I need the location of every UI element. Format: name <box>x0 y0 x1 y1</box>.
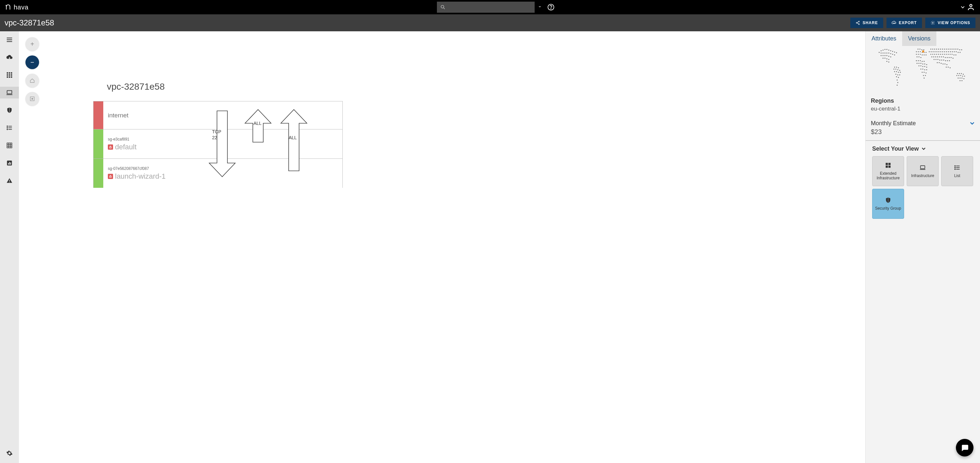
diagram-row-sg-launch-wizard[interactable]: sg-07e562087667cf087 launch-wizard-1 <box>93 158 343 188</box>
svg-point-192 <box>939 56 940 57</box>
svg-point-54 <box>896 52 897 53</box>
logo-icon <box>5 3 12 11</box>
sidebar-menu-toggle[interactable] <box>0 34 19 46</box>
svg-point-52 <box>892 51 893 52</box>
svg-point-219 <box>959 73 960 74</box>
svg-rect-235 <box>886 166 888 168</box>
svg-point-58 <box>885 53 886 53</box>
svg-point-177 <box>936 54 937 55</box>
sidebar-alerts[interactable] <box>0 175 19 187</box>
select-view-toggle[interactable]: Select Your View <box>872 145 974 152</box>
search-box[interactable] <box>437 2 535 13</box>
svg-point-97 <box>921 49 922 50</box>
arrow-label-port: 22 <box>212 135 217 140</box>
svg-point-168 <box>950 51 951 52</box>
svg-rect-21 <box>9 76 10 78</box>
row-color-indicator <box>94 101 103 129</box>
tab-attributes[interactable]: Attributes <box>865 31 902 46</box>
diagram-canvas[interactable]: + − vpc-32871e58 internet sg-e3caf891 <box>19 31 865 463</box>
svg-point-140 <box>931 49 931 49</box>
caret-down-icon <box>538 5 542 9</box>
svg-point-144 <box>938 49 939 49</box>
zoom-in-button[interactable]: + <box>25 37 39 51</box>
svg-point-225 <box>962 76 963 77</box>
sidebar-settings[interactable] <box>0 447 19 459</box>
sidebar-compute[interactable] <box>0 87 19 99</box>
svg-rect-15 <box>9 72 10 74</box>
cloud-download-icon <box>6 54 13 61</box>
svg-point-61 <box>890 53 891 54</box>
svg-point-199 <box>953 58 954 59</box>
fit-button[interactable] <box>25 74 39 87</box>
svg-point-101 <box>920 51 921 52</box>
sidebar-apps[interactable] <box>0 69 19 81</box>
shield-icon <box>885 197 891 203</box>
svg-point-43 <box>32 98 33 99</box>
svg-rect-45 <box>110 176 111 177</box>
svg-point-70 <box>883 58 884 59</box>
svg-point-96 <box>920 49 920 49</box>
svg-point-214 <box>947 64 947 65</box>
sidebar-security[interactable] <box>0 104 19 116</box>
estimate-section[interactable]: Monthly Estimate $23 <box>865 117 980 140</box>
estimate-value: $23 <box>871 128 975 136</box>
view-options-button[interactable]: VIEW OPTIONS <box>925 18 975 28</box>
view-card-list[interactable]: List <box>941 156 973 186</box>
svg-point-150 <box>950 49 951 49</box>
svg-point-131 <box>922 69 923 69</box>
row-color-indicator <box>94 159 103 188</box>
svg-point-66 <box>885 55 886 56</box>
svg-point-200 <box>934 59 935 60</box>
svg-point-215 <box>946 67 947 68</box>
svg-point-85 <box>898 72 899 73</box>
sidebar-list[interactable] <box>0 122 19 134</box>
svg-point-201 <box>935 59 936 60</box>
svg-point-189 <box>934 56 934 57</box>
view-card-extended-infra[interactable]: Extended Infrastructure <box>872 156 904 186</box>
svg-point-71 <box>885 58 886 59</box>
svg-rect-19 <box>11 74 12 76</box>
share-button[interactable]: SHARE <box>850 18 883 28</box>
menu-icon <box>6 36 13 43</box>
svg-point-220 <box>961 73 962 74</box>
sg-name: default <box>115 143 137 151</box>
svg-point-152 <box>954 49 955 49</box>
svg-point-82 <box>899 70 900 71</box>
view-card-security-group[interactable]: Security Group <box>872 189 904 219</box>
svg-point-113 <box>920 57 921 58</box>
center-button[interactable] <box>25 92 39 105</box>
ext-infra-icon <box>885 162 891 169</box>
diagram-row-internet[interactable]: internet <box>93 101 343 129</box>
svg-point-158 <box>931 51 932 52</box>
chat-widget[interactable] <box>956 439 974 457</box>
export-button[interactable]: EXPORT <box>886 18 922 28</box>
search-input[interactable] <box>446 5 531 10</box>
sidebar-import[interactable] <box>0 51 19 63</box>
svg-point-207 <box>947 60 948 61</box>
user-menu[interactable] <box>961 3 980 11</box>
help-button[interactable] <box>545 3 557 11</box>
svg-point-172 <box>958 52 958 53</box>
tab-versions[interactable]: Versions <box>902 31 936 46</box>
svg-point-146 <box>942 49 943 49</box>
view-card-infra[interactable]: Infrastructure <box>907 156 939 186</box>
sidebar-reports[interactable] <box>0 157 19 169</box>
svg-point-212 <box>943 64 943 65</box>
svg-point-95 <box>918 49 918 49</box>
logo[interactable]: hava <box>0 3 33 11</box>
svg-point-176 <box>934 54 935 55</box>
sidebar-table[interactable] <box>0 140 19 151</box>
search-scope-dropdown[interactable] <box>535 5 541 10</box>
zoom-out-button[interactable]: − <box>25 56 39 69</box>
alert-icon <box>6 177 13 184</box>
svg-point-133 <box>926 69 927 70</box>
svg-point-180 <box>942 54 943 55</box>
svg-point-230 <box>963 78 964 79</box>
svg-point-193 <box>941 56 942 57</box>
svg-point-182 <box>946 54 947 55</box>
svg-point-117 <box>922 61 923 62</box>
help-icon <box>547 3 555 11</box>
laptop-icon <box>920 164 926 171</box>
share-icon <box>856 21 860 25</box>
svg-point-55 <box>879 52 880 53</box>
